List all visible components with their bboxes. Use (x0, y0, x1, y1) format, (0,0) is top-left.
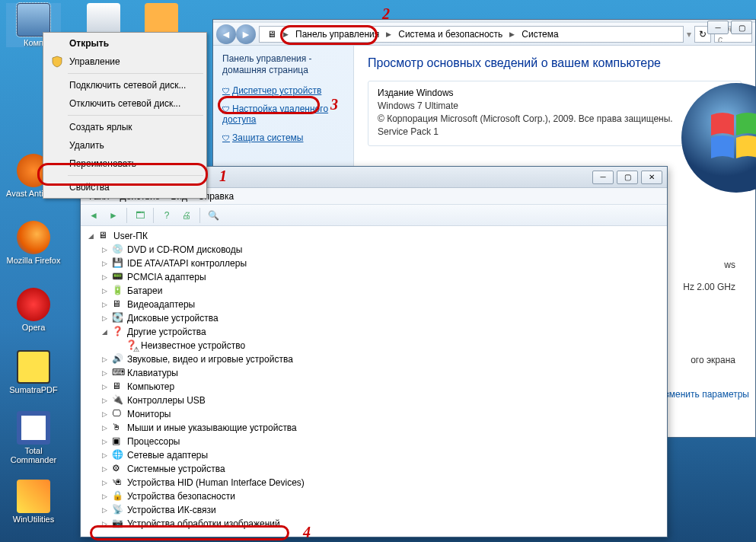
tree-node[interactable]: ▷📷Устройства обработки изображений (100, 517, 661, 531)
desktop-icon-label: WinUtilities (6, 515, 61, 524)
expand-icon[interactable]: ▷ (100, 314, 109, 323)
sidebar-device-manager-link[interactable]: Диспетчер устройств (222, 85, 344, 96)
expand-icon[interactable]: ▷ (100, 424, 109, 432)
tree-node[interactable]: ▷💾IDE ATA/ATAPI контроллеры (100, 257, 661, 270)
tree-node[interactable]: ▷💽Дисковые устройства (100, 311, 661, 325)
tree-node-label: Видеоадаптеры (127, 299, 195, 310)
nav-back-button[interactable]: ◄ (216, 24, 236, 44)
expand-icon[interactable]: ▷ (100, 410, 109, 419)
shield-icon (51, 56, 63, 68)
desktop-icon-winutilities[interactable]: WinUtilities (6, 480, 61, 524)
close-button[interactable]: ✕ (641, 171, 662, 184)
toolbar-forward-icon[interactable]: ► (105, 207, 122, 224)
tree-node[interactable]: ▷📟PCMCIA адаптеры (100, 270, 661, 284)
tree-node-label: Сетевые адаптеры (127, 450, 208, 461)
tree-node[interactable]: ▷🖲Устройства HID (Human Interface Device… (100, 476, 661, 489)
minimize-button[interactable]: ─ (707, 21, 729, 34)
toolbar-scan-icon[interactable]: 🔍 (205, 207, 222, 224)
tree-node[interactable]: ▷🔌Контроллеры USB (100, 394, 661, 407)
desktop-icon-firefox[interactable]: Mozilla Firefox (6, 221, 61, 265)
expand-icon[interactable]: ▷ (100, 493, 109, 501)
device-manager-toolbar: ◄ ► 🗔 ? 🖨 🔍 (81, 205, 667, 226)
toolbar-back-icon[interactable]: ◄ (85, 207, 102, 224)
tree-node[interactable]: ▷🖥Видеоадаптеры (100, 298, 661, 311)
device-category-icon: 🔊 (112, 353, 124, 365)
tree-root[interactable]: ◢ 🖥 User-ПК (87, 229, 661, 243)
annotation-4-number: 4 (303, 524, 311, 541)
ctx-properties[interactable]: Свойства (45, 178, 205, 196)
collapse-icon[interactable]: ◢ (100, 328, 109, 336)
sidebar-remote-link[interactable]: Настройка удаленного доступа (222, 104, 344, 125)
maximize-button[interactable]: ▢ (731, 21, 752, 34)
expand-icon[interactable]: ▷ (100, 383, 109, 391)
partial-text-screen: ого экрана (691, 355, 735, 365)
tree-node-label: Неизвестное устройство (141, 340, 245, 351)
ctx-open[interactable]: Открыть (45, 34, 205, 53)
toolbar-print-icon[interactable]: 🖨 (178, 207, 195, 224)
breadcrumb-icon[interactable]: 🖥 (263, 28, 281, 40)
tree-node[interactable]: ▷💿DVD и CD-ROM дисководы (100, 243, 661, 257)
expand-icon[interactable]: ▷ (100, 287, 109, 295)
expand-icon[interactable]: ▷ (100, 479, 109, 487)
tree-node-label: Системные устройства (127, 464, 225, 474)
tree-node[interactable]: ▷🌐Сетевые адаптеры (100, 448, 661, 462)
breadcrumb-system[interactable]: Система (517, 28, 563, 40)
desktop-icon-label: Mozilla Firefox (6, 256, 61, 265)
expand-icon[interactable]: ▷ (100, 246, 109, 254)
tree-root-label: User-ПК (113, 231, 148, 241)
ctx-map-drive[interactable]: Подключить сетевой диск... (45, 76, 205, 94)
device-tree[interactable]: ◢ 🖥 User-ПК ▷💿DVD и CD-ROM дисководы▷💾ID… (81, 226, 667, 537)
breadcrumb-security[interactable]: Система и безопасность (394, 28, 507, 40)
expand-icon[interactable]: ▷ (100, 451, 109, 460)
expand-icon[interactable]: ▷ (100, 397, 109, 405)
expand-icon[interactable]: ▷ (100, 438, 109, 446)
sidebar-system-protection-link[interactable]: Защита системы (222, 132, 344, 143)
device-category-icon: 🔌 (112, 394, 124, 406)
tree-node-label: PCMCIA адаптеры (127, 272, 206, 282)
expand-icon[interactable]: ▷ (100, 260, 109, 268)
desktop-icon-sumatra[interactable]: SumatraPDF (6, 350, 61, 394)
toolbar-detail-icon[interactable]: 🗔 (132, 207, 148, 224)
expand-icon[interactable]: ▷ (100, 465, 109, 473)
expand-icon[interactable]: ▷ (100, 301, 109, 309)
ctx-delete[interactable]: Удалить (45, 136, 205, 155)
ctx-rename[interactable]: Переименовать (45, 155, 205, 173)
device-category-icon: ⌨ (112, 367, 124, 379)
tree-node[interactable]: ▷🖥Компьютер (100, 380, 661, 394)
chevron-right-icon: ▶ (385, 30, 392, 38)
tree-node[interactable]: ▷🔋Батареи (100, 284, 661, 298)
tree-node[interactable]: ▷🔒Устройства безопасности (100, 489, 661, 503)
maximize-button[interactable]: ▢ (617, 171, 638, 184)
separator (68, 175, 203, 176)
tree-node[interactable]: ▷🔊Звуковые, видео и игровые устройства (100, 352, 661, 366)
tree-node[interactable]: ▷🖱Мыши и иные указывающие устройства (100, 421, 661, 435)
expand-icon[interactable]: ▷ (100, 369, 109, 378)
tree-node[interactable]: ▷⌨Клавиатуры (100, 366, 661, 380)
minimize-button[interactable]: ─ (592, 171, 614, 184)
device-category-icon: 🔒 (112, 490, 124, 502)
tree-node-unknown-device[interactable]: ❓⚠Неизвестное устройство (114, 339, 661, 352)
breadcrumb-control-panel[interactable]: Панель управления (291, 28, 384, 40)
tree-node[interactable]: ▷📡Устройства ИК-связи (100, 503, 661, 517)
ctx-open-label: Открыть (69, 38, 109, 49)
expand-icon[interactable]: ▷ (100, 520, 109, 528)
tree-node[interactable]: ▷🖵Мониторы (100, 407, 661, 421)
tree-node-label: Устройства HID (Human Interface Devices) (127, 477, 305, 488)
ctx-unmap-drive[interactable]: Отключить сетевой диск... (45, 94, 205, 113)
tree-node[interactable]: ▷⚙Системные устройства (100, 462, 661, 476)
collapse-icon[interactable]: ◢ (87, 232, 95, 241)
tree-node[interactable]: ▷▣Процессоры (100, 435, 661, 448)
toolbar-help-icon[interactable]: ? (158, 207, 175, 224)
tree-node-label: Другие устройства (127, 327, 206, 337)
nav-forward-button[interactable]: ► (236, 24, 256, 44)
desktop-icon-totalcmd[interactable]: Total Commander (6, 411, 61, 464)
expand-icon[interactable]: ▷ (100, 506, 109, 515)
ctx-manage[interactable]: Управление (45, 53, 205, 71)
expand-icon[interactable]: ▷ (100, 273, 109, 282)
desktop-icon-opera[interactable]: Opera (6, 288, 61, 332)
ctx-shortcut[interactable]: Создать ярлык (45, 118, 205, 136)
sidebar-home-link[interactable]: Панель управления - домашняя страница (222, 53, 344, 76)
expand-icon[interactable]: ▷ (100, 355, 109, 364)
address-bar[interactable]: 🖥 ▶ Панель управления ▶ Система и безопа… (259, 26, 684, 43)
tree-node[interactable]: ◢❓Другие устройства (100, 325, 661, 339)
